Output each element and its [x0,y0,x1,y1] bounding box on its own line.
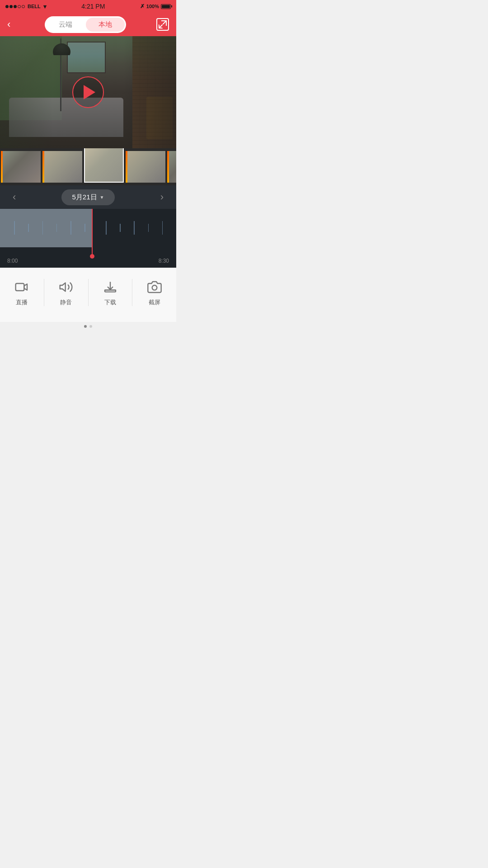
bluetooth-icon: ✗ [140,3,145,9]
timeline[interactable]: 8:00 8:30 [0,209,176,268]
tick [106,221,107,235]
signal-icon [5,5,25,8]
thumbnail-strip[interactable] [0,148,176,185]
current-time-dot [90,254,94,259]
timeline-start-label: 8:00 [7,258,18,264]
thumbnail-item[interactable] [126,151,165,183]
play-icon [84,85,95,99]
expand-button[interactable] [156,18,169,31]
thumb-indicator [167,151,169,183]
nav-bar: ‹ 云端 本地 [0,13,176,36]
thumbnail-item[interactable] [1,151,41,183]
download-label: 下载 [104,298,116,307]
status-right: ✗ 100% [140,3,171,9]
timeline-mid-label: 8:30 [159,258,169,264]
thumb-image [42,151,82,183]
tick [84,224,85,232]
thumbnail-item-active[interactable] [84,148,124,183]
cloud-tab[interactable]: 云端 [46,18,85,32]
download-icon [102,278,119,296]
battery-pct: 100% [146,4,159,9]
page-dot-1 [84,325,87,328]
live-button[interactable]: 直播 [0,275,44,310]
tick [148,224,149,232]
tick [70,221,71,235]
wifi-icon: ▾ [43,3,47,10]
screenshot-button[interactable]: 截屏 [132,275,176,310]
play-button[interactable] [72,76,104,108]
thumb-image [1,151,41,183]
volume-icon [57,278,75,296]
local-tab[interactable]: 本地 [86,18,125,32]
video-player[interactable] [0,36,176,148]
carrier-label: BELL [28,4,41,9]
clock: 4:21 PM [81,3,105,10]
tick [42,221,43,235]
status-left: BELL ▾ [5,3,47,10]
thumb-indicator [42,151,44,183]
timeline-ticks [0,209,176,247]
thumb-image [126,151,165,183]
tick [162,221,163,235]
svg-line-1 [160,25,162,28]
svg-point-4 [152,285,157,290]
tick [120,224,121,232]
date-label: 5月21日 [72,193,97,202]
back-button[interactable]: ‹ [7,17,14,32]
dropdown-arrow-icon: ▼ [100,195,104,200]
view-toggle: 云端 本地 [45,16,126,33]
screenshot-label: 截屏 [149,298,160,307]
video-icon [13,278,30,296]
prev-date-button[interactable]: ‹ [9,188,19,207]
camera-icon [146,278,163,296]
thumb-indicator [126,151,127,183]
date-selector[interactable]: 5月21日 ▼ [61,189,115,205]
thumb-image-active [85,148,123,182]
tick [14,221,15,235]
timeline-labels: 8:00 8:30 [0,258,176,264]
expand-icon [156,18,169,31]
battery-icon [161,4,171,9]
tick [28,224,29,232]
download-button[interactable]: 下载 [89,275,132,310]
next-date-button[interactable]: › [157,188,167,207]
tick [134,221,135,235]
mute-label: 静音 [60,298,72,307]
status-bar: BELL ▾ 4:21 PM ✗ 100% [0,0,176,13]
date-nav: ‹ 5月21日 ▼ › [0,185,176,209]
current-time-indicator [92,209,93,256]
thumb-indicator [1,151,3,183]
bottom-toolbar: 直播 静音 下载 [0,268,176,322]
svg-line-0 [163,21,166,24]
thumb-image [167,151,176,183]
mute-button[interactable]: 静音 [44,275,88,310]
thumbnail-item[interactable] [167,151,176,183]
thumbnail-item[interactable] [42,151,82,183]
page-dot-2 [89,325,92,328]
tick [56,224,57,232]
page-indicator [0,322,176,331]
live-label: 直播 [16,298,28,307]
svg-rect-2 [16,283,24,291]
